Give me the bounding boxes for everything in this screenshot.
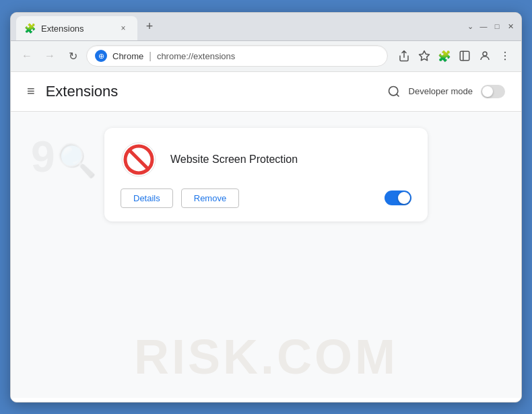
svg-point-7 xyxy=(389,86,397,95)
main-area: 9🔍 RISK.COM Website Screen Protection De… xyxy=(11,112,521,398)
reload-button[interactable]: ↻ xyxy=(63,46,82,65)
bookmark-icon[interactable] xyxy=(415,46,434,65)
page-content: ≡ Extensions Developer mode 9🔍 RISK.COM xyxy=(11,72,521,402)
profile-icon[interactable] xyxy=(475,46,494,65)
tab-icon: 🧩 xyxy=(24,23,36,34)
card-top: Website Screen Protection xyxy=(121,141,411,178)
title-bar: 🧩 Extensions × + ⌄ — □ ✕ xyxy=(11,13,521,41)
tab-title: Extensions xyxy=(41,24,112,34)
page-title: Extensions xyxy=(46,83,119,100)
card-bottom: Details Remove xyxy=(121,188,411,208)
svg-rect-1 xyxy=(460,51,469,61)
new-tab-button[interactable]: + xyxy=(140,17,159,36)
tab-close-button[interactable]: × xyxy=(117,22,129,34)
address-separator: | xyxy=(149,50,152,61)
window-controls: ⌄ — □ ✕ xyxy=(465,21,516,32)
svg-marker-0 xyxy=(420,51,430,61)
extension-name: Website Screen Protection xyxy=(170,153,298,166)
globe-icon: ⊕ xyxy=(95,50,107,62)
svg-line-8 xyxy=(396,94,399,96)
svg-point-4 xyxy=(504,52,506,53)
hamburger-icon[interactable]: ≡ xyxy=(27,83,35,99)
extensions-nav-icon[interactable]: 🧩 xyxy=(435,46,454,65)
svg-point-5 xyxy=(504,55,506,57)
chevron-icon[interactable]: ⌄ xyxy=(465,21,475,32)
svg-point-3 xyxy=(483,52,487,56)
active-tab[interactable]: 🧩 Extensions × xyxy=(16,16,137,40)
extensions-header: ≡ Extensions Developer mode xyxy=(11,72,521,112)
header-right: Developer mode xyxy=(387,85,505,98)
details-button[interactable]: Details xyxy=(121,188,173,208)
chrome-label: Chrome xyxy=(112,51,143,61)
nav-icons: 🧩 xyxy=(395,46,514,65)
svg-point-6 xyxy=(504,59,506,60)
dev-mode-label: Developer mode xyxy=(409,86,473,96)
minimize-button[interactable]: — xyxy=(478,21,489,32)
forward-button[interactable]: → xyxy=(40,46,59,65)
extension-card: Website Screen Protection Details Remove xyxy=(104,128,428,221)
sidebar-icon[interactable] xyxy=(455,46,474,65)
address-url: chrome://extensions xyxy=(157,51,379,61)
watermark-top: 9🔍 xyxy=(31,132,98,182)
search-icon[interactable] xyxy=(387,85,401,98)
menu-icon[interactable] xyxy=(496,46,514,65)
developer-mode-toggle[interactable] xyxy=(481,85,505,98)
close-button[interactable]: ✕ xyxy=(505,21,516,32)
extension-toggle[interactable] xyxy=(385,191,411,205)
watermark: RISK.COM xyxy=(134,329,398,384)
share-icon[interactable] xyxy=(395,46,413,65)
back-button[interactable]: ← xyxy=(18,46,36,65)
browser-window: 🧩 Extensions × + ⌄ — □ ✕ ← → ↻ ⊕ Chrome … xyxy=(10,12,522,403)
address-bar[interactable]: ⊕ Chrome | chrome://extensions xyxy=(86,45,388,67)
nav-bar: ← → ↻ ⊕ Chrome | chrome://extensions 🧩 xyxy=(11,41,521,72)
maximize-button[interactable]: □ xyxy=(492,21,502,32)
extension-icon xyxy=(121,141,157,178)
remove-button[interactable]: Remove xyxy=(181,188,239,208)
